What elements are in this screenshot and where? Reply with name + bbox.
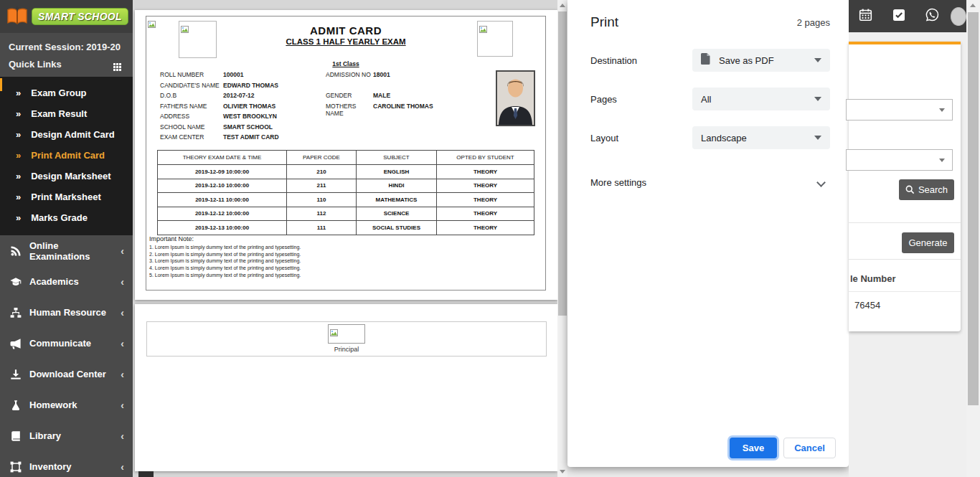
sidebar-item-label: Communicate	[29, 338, 121, 349]
detail-value	[373, 82, 433, 93]
whatsapp-icon[interactable]	[925, 8, 939, 24]
app-root: SMART SCHOOL Current Session: 2019-20 Qu…	[0, 0, 980, 477]
chevron-left-icon: ‹	[121, 276, 124, 288]
detail-label	[326, 123, 373, 134]
scroll-up-arrow-icon[interactable]	[970, 4, 976, 7]
layout-label: Layout	[590, 133, 618, 143]
detail-value: WEST BROOKLYN	[223, 113, 326, 123]
background-select-1[interactable]	[846, 99, 953, 121]
table-cell: 2019-12-11 10:00:00	[158, 193, 287, 207]
sidebar-item-communicate[interactable]: Communicate‹	[0, 328, 133, 359]
detail-value	[373, 133, 433, 144]
more-settings-toggle[interactable]: More settings	[567, 174, 849, 192]
sidebar-item-label: Homework	[29, 400, 121, 410]
table-column-header: OPTED BY STUDENT	[437, 151, 534, 165]
chevron-right-icon: »	[16, 212, 21, 223]
note-line: 3. Lorem Ipsum is simply dummy text of t…	[149, 258, 301, 265]
table-cell: 2019-12-10 10:00:00	[158, 179, 287, 193]
sidebar-item-library[interactable]: Library‹	[0, 420, 133, 451]
detail-value: MALE	[373, 92, 433, 103]
detail-value: OLIVIER THOMAS	[223, 103, 326, 113]
detail-value	[373, 123, 433, 134]
detail-value: EDWARD THOMAS	[223, 82, 326, 93]
important-notes: 1. Lorem Ipsum is simply dummy text of t…	[149, 245, 301, 279]
detail-value: 18001	[373, 71, 433, 82]
table-cell: 110	[287, 193, 357, 207]
box-icon	[10, 461, 22, 473]
pages-count: 2 pages	[797, 17, 830, 28]
table-cell: SOCIAL STUDIES	[357, 221, 437, 235]
sidebar-item-label: Print Admit Card	[31, 150, 105, 161]
scroll-up-arrow-icon[interactable]	[560, 4, 565, 7]
top-navbar	[849, 0, 966, 32]
current-session-label: Current Session: 2019-20	[9, 42, 124, 52]
cell-value-fragment: 76454	[854, 300, 880, 311]
task-check-icon[interactable]	[892, 9, 905, 24]
table-column-header: THEORY EXAM DATE & TIME	[158, 151, 287, 165]
sidebar: SMART SCHOOL Current Session: 2019-20 Qu…	[0, 0, 133, 477]
preview-bottom-fragment	[138, 471, 154, 477]
sidebar-item-academics[interactable]: Academics‹	[0, 266, 133, 297]
generate-button[interactable]: Generate	[902, 232, 954, 253]
chevron-right-icon: »	[16, 129, 21, 140]
admit-card-class: 1st Class	[146, 60, 545, 67]
exam-submenu: »Exam Group»Exam Result»Design Admit Car…	[0, 77, 133, 235]
sidebar-item-design-marksheet[interactable]: »Design Marksheet	[0, 166, 133, 186]
sidebar-item-exam-result[interactable]: »Exam Result	[0, 103, 133, 124]
admit-card-subtitle: CLASS 1 HALF YEARLY EXAM	[146, 37, 545, 46]
dropdown-arrow-icon	[814, 58, 821, 62]
pages-dropdown[interactable]: All	[692, 88, 830, 110]
print-preview-area: ADMIT CARD CLASS 1 HALF YEARLY EXAM 1st …	[133, 0, 567, 477]
scroll-down-arrow-icon[interactable]	[560, 470, 565, 473]
sidebar-item-label: Print Marksheet	[31, 192, 101, 202]
chevron-right-icon: »	[16, 150, 21, 161]
download-icon	[10, 369, 22, 380]
table-cell: THEORY	[437, 179, 534, 193]
cancel-button[interactable]: Cancel	[783, 438, 836, 458]
sidebar-item-label: Academics	[29, 276, 121, 287]
table-row: 2019-12-09 10:00:00210ENGLISHTHEORY	[158, 165, 534, 179]
sidebar-item-download-center[interactable]: Download Center‹	[0, 359, 133, 389]
search-button[interactable]: Search	[899, 179, 954, 200]
principal-label: Principal	[147, 346, 546, 353]
preview-scrollbar[interactable]	[557, 0, 567, 477]
search-button-label: Search	[918, 184, 948, 195]
sidebar-item-online-examinations[interactable]: Online Examinations‹	[0, 235, 133, 266]
table-cell: THEORY	[437, 165, 534, 179]
window-scrollbar-thumb[interactable]	[968, 12, 979, 405]
grid-icon[interactable]	[113, 63, 116, 65]
table-row: 2019-12-13 10:00:00111SOCIAL STUDIESTHEO…	[158, 221, 534, 235]
chevron-left-icon: ‹	[121, 338, 124, 349]
sidebar-item-print-admit-card[interactable]: »Print Admit Card	[0, 145, 133, 166]
save-button[interactable]: Save	[730, 438, 777, 458]
detail-label	[326, 113, 373, 123]
sidebar-item-design-admit-card[interactable]: »Design Admit Card	[0, 124, 133, 145]
dropdown-arrow-icon	[814, 97, 821, 101]
detail-label: EXAM CENTER	[160, 133, 223, 144]
chevron-right-icon: »	[16, 192, 21, 202]
sidebar-item-homework[interactable]: Homework‹	[0, 389, 133, 420]
detail-label	[326, 133, 373, 144]
preview-page-1: ADMIT CARD CLASS 1 HALF YEARLY EXAM 1st …	[135, 10, 557, 300]
sidebar-item-exam-group[interactable]: »Exam Group	[0, 82, 133, 103]
logo-text: SMART SCHOOL	[32, 8, 128, 25]
destination-dropdown[interactable]: Save as PDF	[692, 49, 830, 72]
preview-scrollbar-thumb[interactable]	[558, 11, 567, 316]
sidebar-item-marks-grade[interactable]: »Marks Grade	[0, 207, 133, 228]
sidebar-item-print-marksheet[interactable]: »Print Marksheet	[0, 186, 133, 207]
background-card: Search Generate le Number 76454	[849, 42, 961, 331]
calendar-icon[interactable]	[859, 9, 872, 24]
detail-label: MOTHERS NAME	[326, 103, 373, 113]
search-icon	[905, 185, 915, 194]
layout-dropdown[interactable]: Landscape	[692, 126, 830, 149]
sidebar-item-inventory[interactable]: Inventory‹	[0, 451, 133, 477]
window-scrollbar[interactable]	[966, 0, 980, 477]
student-details: ROLL NUMBER100001ADMISSION NO18001CANDID…	[160, 71, 433, 144]
avatar[interactable]	[951, 7, 966, 26]
chevron-left-icon: ‹	[121, 461, 124, 473]
detail-label: ADMISSION NO	[326, 71, 373, 82]
background-select-2[interactable]	[846, 149, 953, 171]
layout-value: Landscape	[701, 133, 814, 143]
sidebar-item-human-resource[interactable]: Human Resource‹	[0, 297, 133, 328]
pages-label: Pages	[590, 94, 617, 105]
